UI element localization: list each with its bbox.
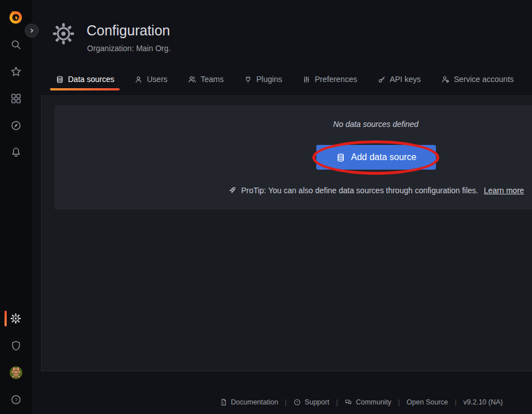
tab-api-keys[interactable]: API keys: [372, 70, 426, 90]
question-circle-icon: ?: [293, 398, 301, 406]
user-icon: [134, 75, 143, 84]
footer-link-documentation[interactable]: Documentation: [220, 398, 278, 406]
footer-link-label: Community: [356, 398, 391, 406]
footer-link-label: Support: [304, 398, 329, 406]
tab-label: Service accounts: [454, 75, 514, 84]
footer-link-label: Open Source: [407, 398, 448, 406]
footer-link-open-source[interactable]: Open Source: [407, 398, 448, 406]
chat-icon: [344, 398, 352, 406]
footer: Documentation | ? Support | Community | …: [220, 398, 503, 406]
page-title: Configuration: [87, 22, 170, 39]
database-icon: [56, 75, 64, 84]
footer-link-label: Documentation: [231, 398, 278, 406]
sidebar-collapse-button[interactable]: [25, 24, 39, 38]
tab-preferences[interactable]: Preferences: [297, 70, 362, 90]
footer-separator: |: [398, 398, 400, 406]
sidebar-item-dashboards[interactable]: [4, 87, 27, 110]
user-gear-icon: [441, 75, 450, 84]
tab-service-accounts[interactable]: Service accounts: [435, 70, 520, 90]
footer-link-community[interactable]: Community: [344, 398, 391, 406]
sliders-icon: [302, 75, 311, 84]
footer-separator: |: [455, 398, 457, 406]
protip-row: ProTip: You can also define data sources…: [228, 185, 524, 195]
tab-label: Data sources: [68, 75, 114, 84]
tab-label: Plugins: [256, 75, 282, 84]
add-data-source-label: Add data source: [351, 152, 417, 162]
bell-icon: [10, 147, 22, 158]
footer-version[interactable]: v9.2.10 (NA): [463, 398, 503, 406]
sidebar-item-starred[interactable]: [4, 60, 27, 83]
configuration-page-icon: [51, 21, 76, 47]
star-icon: [10, 66, 22, 78]
tab-label: Preferences: [315, 75, 357, 84]
grafana-logo[interactable]: [4, 6, 27, 29]
sidebar-item-alerting[interactable]: [4, 141, 27, 163]
sidebar-item-search[interactable]: [4, 33, 27, 56]
compass-icon: [10, 120, 22, 131]
tab-plugins[interactable]: Plugins: [238, 70, 288, 90]
tab-label: Users: [147, 75, 167, 84]
chevron-right-icon: [28, 26, 36, 35]
tab-label: API keys: [390, 75, 421, 84]
user-avatar: [9, 366, 23, 380]
help-circle-icon: ?: [10, 394, 22, 406]
empty-state-message: No data sources defined: [333, 120, 419, 129]
database-icon: [336, 153, 345, 162]
grafana-logo-icon: [8, 10, 23, 25]
learn-more-link[interactable]: Learn more: [484, 186, 524, 195]
grafana-app: ? Configuration Organization: Main Org.: [0, 0, 532, 414]
config-tabs: Data sources Users Teams Plugins: [50, 70, 520, 90]
gear-icon: [10, 312, 22, 325]
footer-separator: |: [285, 398, 287, 406]
tab-label: Teams: [201, 75, 224, 84]
users-icon: [188, 75, 197, 84]
sidebar-item-explore[interactable]: [4, 114, 27, 137]
sidebar-item-user-profile[interactable]: [4, 361, 27, 384]
add-data-source-button[interactable]: Add data source: [316, 145, 436, 170]
key-icon: [378, 75, 386, 84]
footer-link-support[interactable]: ? Support: [293, 398, 329, 406]
footer-separator: |: [336, 398, 338, 406]
sidebar-item-configuration[interactable]: [4, 307, 27, 330]
svg-text:?: ?: [14, 397, 17, 402]
tab-teams[interactable]: Teams: [182, 70, 229, 90]
plug-icon: [244, 75, 252, 84]
tab-data-sources[interactable]: Data sources: [50, 70, 120, 90]
page-subtitle: Organization: Main Org.: [87, 44, 171, 53]
tab-users[interactable]: Users: [129, 70, 173, 90]
document-icon: [220, 398, 228, 406]
sidebar-item-help[interactable]: ?: [4, 388, 27, 411]
rocket-icon: [228, 185, 237, 195]
dashboards-grid-icon: [10, 93, 22, 104]
sidebar-nav: ?: [0, 0, 32, 414]
search-icon: [10, 39, 22, 51]
footer-version-label: v9.2.10 (NA): [463, 398, 503, 406]
shield-icon: [10, 340, 22, 352]
sidebar-item-server-admin[interactable]: [4, 334, 27, 357]
protip-text: ProTip: You can also define data sources…: [241, 186, 478, 195]
svg-text:?: ?: [297, 400, 299, 404]
